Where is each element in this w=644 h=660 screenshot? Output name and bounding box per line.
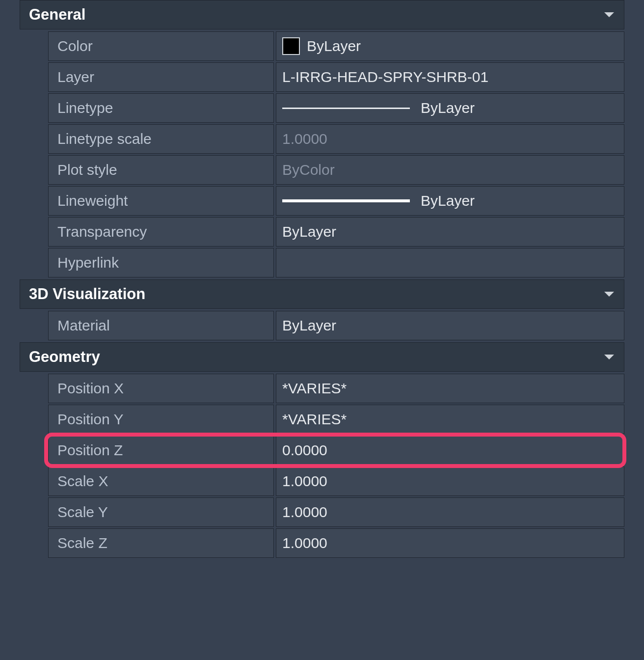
value-scale-z[interactable]: 1.0000 [276, 528, 624, 558]
properties-panel: General Color ByLayer Layer L-IRRG-HEAD-… [0, 0, 644, 558]
linetype-preview-icon [282, 108, 410, 109]
value-plot-style[interactable]: ByColor [276, 155, 624, 185]
section-rows-geometry: Position X *VARIES* Position Y *VARIES* … [20, 374, 624, 558]
section-rows-3d-visualization: Material ByLayer [20, 311, 624, 340]
value-text: 1.0000 [282, 473, 327, 490]
value-color[interactable]: ByLayer [276, 31, 624, 61]
label-hyperlink: Hyperlink [48, 248, 274, 277]
row-transparency: Transparency ByLayer [20, 217, 624, 247]
section-title: Geometry [29, 348, 100, 366]
value-hyperlink[interactable] [276, 248, 624, 277]
value-scale-x[interactable]: 1.0000 [276, 467, 624, 496]
label-position-y: Position Y [48, 405, 274, 434]
value-material[interactable]: ByLayer [276, 311, 624, 340]
row-linetype-scale: Linetype scale 1.0000 [20, 124, 624, 154]
value-text: 1.0000 [282, 535, 327, 551]
value-text: ByLayer [421, 192, 475, 209]
value-position-y[interactable]: *VARIES* [276, 405, 624, 434]
row-position-x: Position X *VARIES* [20, 374, 624, 403]
value-scale-y[interactable]: 1.0000 [276, 497, 624, 527]
color-swatch-icon [282, 37, 300, 55]
section-title: General [29, 6, 85, 24]
section-rows-general: Color ByLayer Layer L-IRRG-HEAD-SPRY-SHR… [20, 31, 624, 277]
value-position-x[interactable]: *VARIES* [276, 374, 624, 403]
value-text: ByLayer [282, 223, 336, 240]
value-text: *VARIES* [282, 380, 347, 397]
row-scale-z: Scale Z 1.0000 [20, 528, 624, 558]
label-position-z: Position Z [48, 436, 274, 465]
value-text: 1.0000 [282, 504, 327, 521]
label-color: Color [48, 31, 274, 61]
value-layer[interactable]: L-IRRG-HEAD-SPRY-SHRB-01 [276, 62, 624, 92]
value-text: 1.0000 [282, 131, 327, 147]
value-lineweight[interactable]: ByLayer [276, 186, 624, 216]
value-text: ByLayer [421, 100, 475, 116]
row-scale-x: Scale X 1.0000 [20, 467, 624, 496]
section-title: 3D Visualization [29, 285, 145, 303]
value-text: L-IRRG-HEAD-SPRY-SHRB-01 [282, 69, 488, 85]
label-position-x: Position X [48, 374, 274, 403]
value-text: 0.0000 [282, 442, 327, 459]
value-text: ByLayer [307, 38, 361, 55]
label-transparency: Transparency [48, 217, 274, 247]
label-linetype: Linetype [48, 93, 274, 123]
section-header-geometry[interactable]: Geometry [20, 342, 624, 372]
row-position-z: Position Z 0.0000 [20, 436, 624, 465]
row-layer: Layer L-IRRG-HEAD-SPRY-SHRB-01 [20, 62, 624, 92]
label-lineweight: Lineweight [48, 186, 274, 216]
label-plot-style: Plot style [48, 155, 274, 185]
value-position-z[interactable]: 0.0000 [276, 436, 624, 465]
row-position-y: Position Y *VARIES* [20, 405, 624, 434]
value-linetype[interactable]: ByLayer [276, 93, 624, 123]
label-layer: Layer [48, 62, 274, 92]
value-text: ByColor [282, 162, 335, 178]
label-linetype-scale: Linetype scale [48, 124, 274, 154]
row-hyperlink: Hyperlink [20, 248, 624, 277]
row-scale-y: Scale Y 1.0000 [20, 497, 624, 527]
section-header-general[interactable]: General [20, 0, 624, 29]
label-scale-z: Scale Z [48, 528, 274, 558]
row-material: Material ByLayer [20, 311, 624, 340]
row-linetype: Linetype ByLayer [20, 93, 624, 123]
section-header-3d-visualization[interactable]: 3D Visualization [20, 279, 624, 309]
row-color: Color ByLayer [20, 31, 624, 61]
lineweight-preview-icon [282, 199, 410, 202]
row-lineweight: Lineweight ByLayer [20, 186, 624, 216]
label-material: Material [48, 311, 274, 340]
label-scale-y: Scale Y [48, 497, 274, 527]
value-transparency[interactable]: ByLayer [276, 217, 624, 247]
label-scale-x: Scale X [48, 467, 274, 496]
value-linetype-scale[interactable]: 1.0000 [276, 124, 624, 154]
value-text: *VARIES* [282, 411, 347, 428]
chevron-down-icon [604, 292, 614, 297]
chevron-down-icon [604, 12, 614, 17]
chevron-down-icon [604, 355, 614, 359]
row-plot-style: Plot style ByColor [20, 155, 624, 185]
value-text: ByLayer [282, 317, 336, 334]
